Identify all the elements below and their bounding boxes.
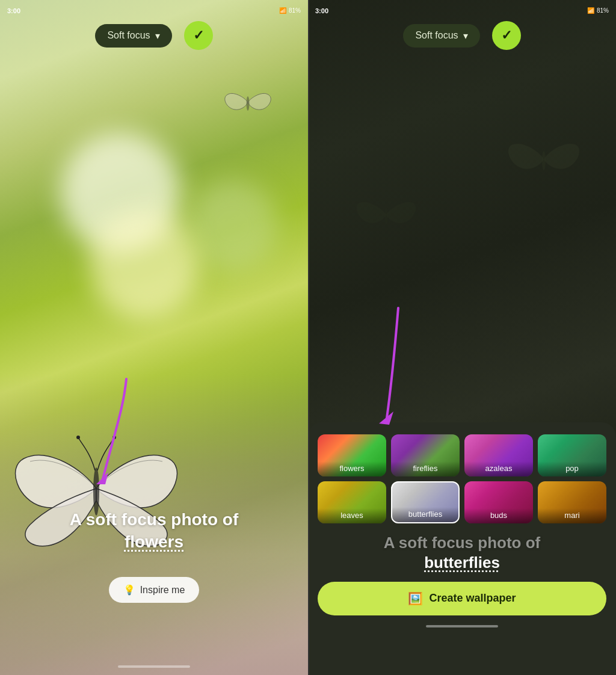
status-icons-left: 📶 81% — [279, 7, 301, 14]
checkmark-button-left[interactable]: ✓ — [184, 21, 213, 50]
category-label-fireflies: fireflies — [391, 461, 460, 476]
right-prompt-subject: butterflies — [318, 553, 606, 572]
create-wallpaper-button[interactable]: 🖼️ Create wallpaper — [318, 582, 606, 615]
category-label-butterflies: butterflies — [392, 507, 458, 522]
svg-point-1 — [76, 436, 80, 439]
category-item-butterflies[interactable]: butterflies — [391, 481, 460, 523]
wifi-icon-left: 📶 — [279, 7, 286, 14]
soft-focus-button-right[interactable]: Soft focus ▾ — [403, 24, 479, 48]
category-label-leaves: leaves — [318, 508, 386, 523]
bottom-text-left: A soft focus photo of flowers 💡 Inspire … — [0, 509, 308, 603]
dark-butterfly-1 — [508, 132, 580, 189]
time-left: 3:00 — [7, 7, 20, 14]
battery-text-left: 81% — [289, 7, 301, 14]
svg-point-5 — [542, 151, 546, 170]
top-bar-right: Soft focus ▾ ✓ — [308, 21, 616, 50]
bottom-sheet: flowers fireflies azaleas pop leaves but… — [308, 422, 616, 675]
prompt-subject-left: flowers — [125, 532, 183, 551]
category-item-buds[interactable]: buds — [464, 481, 533, 523]
prompt-line1-left: A soft focus photo of — [70, 510, 238, 529]
wifi-icon-right: 📶 — [587, 7, 594, 14]
status-icons-right: 📶 81% — [587, 7, 609, 14]
svg-point-2 — [112, 436, 116, 439]
dark-butterfly-2 — [356, 193, 416, 240]
category-label-flowers: flowers — [318, 461, 386, 476]
right-prompt-line1: A soft focus photo of — [318, 533, 606, 553]
bottom-prompt: A soft focus photo of butterflies — [318, 533, 606, 572]
bokeh-2 — [188, 180, 278, 271]
checkmark-icon-left: ✓ — [193, 28, 204, 43]
status-bar-right: 3:00 📶 81% — [308, 0, 616, 18]
svg-point-6 — [385, 208, 388, 224]
category-label-mari: mari — [538, 508, 606, 523]
dropdown-icon-left: ▾ — [155, 30, 160, 42]
phone-right: 3:00 📶 81% Soft focus ▾ ✓ flowers — [308, 0, 616, 675]
category-label-buds: buds — [464, 508, 533, 523]
phone-left: 3:00 📶 81% Soft focus ▾ ✓ A soft focus p… — [0, 0, 308, 675]
category-label-azaleas: azaleas — [464, 461, 533, 476]
svg-point-0 — [93, 467, 99, 516]
top-bar-left: Soft focus ▾ ✓ — [0, 21, 308, 50]
home-indicator-left — [118, 665, 190, 668]
category-item-leaves[interactable]: leaves — [318, 481, 386, 523]
phone-divider — [308, 0, 309, 675]
dropdown-icon-right: ▾ — [463, 30, 468, 42]
soft-focus-label-right: Soft focus — [415, 30, 458, 41]
soft-focus-label-left: Soft focus — [107, 30, 150, 41]
home-indicator-right — [426, 625, 498, 627]
category-item-fireflies[interactable]: fireflies — [391, 434, 460, 476]
inspire-button[interactable]: 💡 Inspire me — [109, 577, 200, 603]
category-item-flowers[interactable]: flowers — [318, 434, 386, 476]
create-wallpaper-icon: 🖼️ — [408, 591, 423, 606]
category-grid: flowers fireflies azaleas pop leaves but… — [318, 434, 606, 523]
prompt-left: A soft focus photo of flowers — [0, 509, 308, 553]
checkmark-icon-right: ✓ — [501, 28, 512, 43]
category-label-pop: pop — [538, 461, 606, 476]
category-item-pop[interactable]: pop — [538, 434, 606, 476]
inspire-icon: 💡 — [123, 584, 135, 596]
create-wallpaper-label: Create wallpaper — [429, 592, 516, 605]
battery-text-right: 81% — [597, 7, 609, 14]
status-bar-left: 3:00 📶 81% — [0, 0, 308, 18]
soft-focus-button-left[interactable]: Soft focus ▾ — [95, 24, 171, 48]
butterfly-small-left — [224, 84, 272, 120]
checkmark-button-right[interactable]: ✓ — [492, 21, 521, 50]
category-item-azaleas[interactable]: azaleas — [464, 434, 533, 476]
svg-point-3 — [247, 96, 250, 111]
inspire-label: Inspire me — [140, 585, 185, 596]
bokeh-3 — [90, 211, 199, 319]
category-item-mari[interactable]: mari — [538, 481, 606, 523]
time-right: 3:00 — [315, 7, 328, 14]
